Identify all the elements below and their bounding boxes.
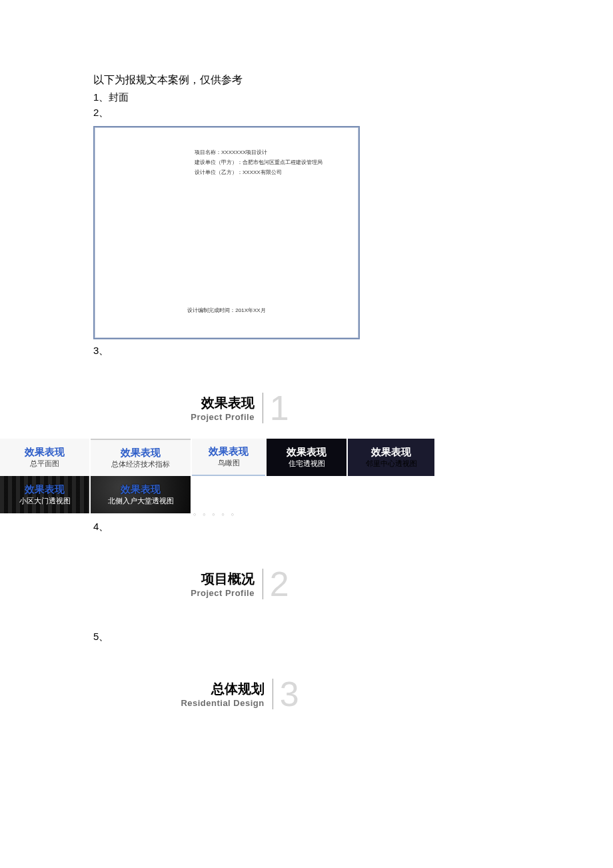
section-3-number: 3 [280, 677, 299, 711]
tile-gate-perspective: 效果表现 小区大门透视图 [0, 476, 89, 513]
tile-title: 效果表现 [25, 483, 65, 496]
tile-subtitle: 总体经济技术指标 [111, 459, 170, 469]
divider-icon [263, 393, 263, 423]
tile-birdview: 效果表现 鸟瞰图 [192, 439, 265, 476]
tile-title: 效果表现 [287, 446, 326, 459]
section-3-en: Residential Design [181, 698, 264, 708]
section-2-en: Project Profile [191, 588, 255, 598]
section-3-cn: 总体规划 [181, 680, 264, 698]
cover-line-designer: 设计单位（乙方）：XXXXX有限公司 [195, 167, 345, 177]
item-5: 5、 [93, 631, 520, 643]
tile-title: 效果表现 [121, 483, 161, 496]
section-3-title: 总体规划 Residential Design 3 [27, 677, 453, 711]
cover-page-preview: 项目名称：XXXXXXX项目设计 建设单位（甲方）：合肥市包河区重点工程建设管理… [93, 126, 360, 339]
tile-econ-index: 效果表现 总体经济技术指标 [91, 439, 191, 476]
section-1-cn: 效果表现 [191, 394, 255, 412]
tile-subtitle: 住宅透视图 [289, 459, 325, 469]
cover-line-project: 项目名称：XXXXXXX项目设计 [195, 147, 345, 157]
section-2-title: 项目概况 Project Profile 2 [27, 567, 453, 601]
tile-neighbor-center: 效果表现 邻里中心透视图 [348, 439, 434, 476]
pagination-dots-icon: ○ ○ ○ ○ ○ [193, 512, 520, 517]
divider-icon [273, 679, 273, 709]
item-4: 4、 [93, 521, 520, 533]
item-3: 3、 [93, 345, 520, 357]
item-2: 2、 [93, 107, 520, 119]
tile-subtitle: 邻里中心透视图 [366, 459, 417, 469]
tile-title: 效果表现 [371, 446, 411, 459]
item-1: 1、封面 [93, 91, 520, 104]
section-1-en: Project Profile [191, 412, 255, 422]
cover-info: 项目名称：XXXXXXX项目设计 建设单位（甲方）：合肥市包河区重点工程建设管理… [195, 147, 345, 178]
thumbnail-grid: 效果表现 总平面图 效果表现 总体经济技术指标 效果表现 鸟瞰图 效果表现 住宅… [0, 439, 520, 517]
section-2-cn: 项目概况 [191, 570, 255, 588]
tile-subtitle: 鸟瞰图 [218, 458, 240, 468]
section-2-number: 2 [270, 567, 289, 601]
tile-siteplan: 效果表现 总平面图 [0, 439, 89, 476]
tile-title: 效果表现 [25, 446, 65, 459]
cover-date: 设计编制完成时间：201X年XX月 [95, 307, 358, 314]
section-1-number: 1 [270, 391, 289, 425]
tile-residential-perspective: 效果表现 住宅透视图 [267, 439, 346, 476]
intro-text: 以下为报规文本案例，仅供参考 [93, 73, 520, 87]
tile-title: 效果表现 [121, 447, 161, 459]
section-1-title: 效果表现 Project Profile 1 [27, 391, 453, 425]
tile-subtitle: 总平面图 [30, 459, 59, 469]
divider-icon [263, 569, 263, 599]
tile-lobby-perspective: 效果表现 北侧入户大堂透视图 [91, 476, 191, 513]
cover-line-client: 建设单位（甲方）：合肥市包河区重点工程建设管理局 [195, 157, 345, 167]
tile-title: 效果表现 [209, 445, 249, 458]
tile-subtitle: 小区大门透视图 [19, 496, 71, 506]
tile-subtitle: 北侧入户大堂透视图 [108, 496, 174, 506]
